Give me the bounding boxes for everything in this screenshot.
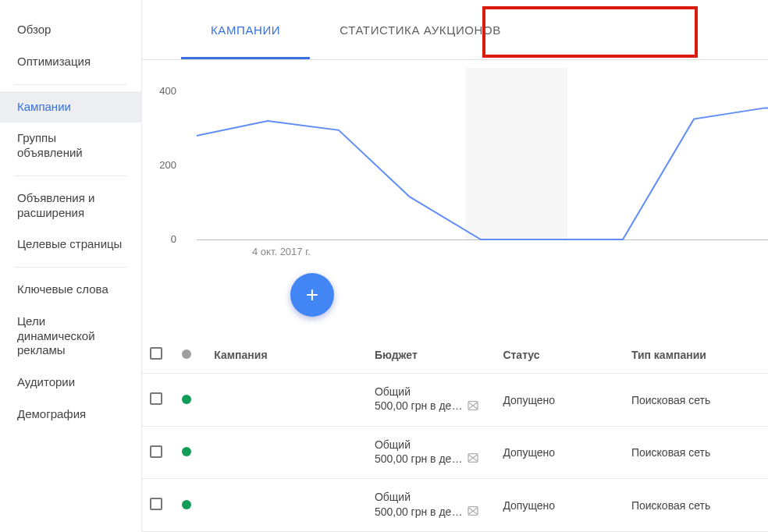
- tabs-bar: КАМПАНИИСТАТИСТИКА АУКЦИОНОВ: [142, 0, 768, 60]
- chart-x-label: 4 окт. 2017 г.: [252, 246, 311, 257]
- sidebar-item[interactable]: Группы объявлений: [0, 122, 141, 169]
- cell-status: Допущено: [495, 479, 624, 532]
- cell-status: Допущено: [495, 374, 624, 427]
- cell-type: Поисковая сеть: [624, 479, 768, 532]
- table-row: Общий500,00 грн в де…ДопущеноПоисковая с…: [142, 426, 768, 479]
- status-dot[interactable]: [182, 500, 191, 509]
- sidebar-item[interactable]: Цели динамической рекламы: [0, 306, 141, 367]
- sidebar-item[interactable]: Демография: [0, 399, 141, 431]
- campaigns-table: Кампания Бюджет Статус Тип кампании Общи…: [142, 336, 768, 532]
- cell-status: Допущено: [495, 426, 624, 479]
- cell-type: Поисковая сеть: [624, 374, 768, 427]
- cell-type: Поисковая сеть: [624, 426, 768, 479]
- sidebar-item[interactable]: Аудитории: [0, 367, 141, 399]
- main-content: КАМПАНИИСТАТИСТИКА АУКЦИОНОВ 02004004 ок…: [142, 0, 768, 532]
- chart-ytick: 0: [142, 233, 189, 245]
- cell-campaign-name[interactable]: [206, 426, 367, 479]
- chart-area: 02004004 окт. 2017 г.: [142, 60, 768, 282]
- sidebar-item[interactable]: Объявления и расширения: [0, 183, 141, 229]
- add-campaign-fab[interactable]: +: [290, 273, 334, 317]
- chart-ytick: 400: [142, 85, 189, 97]
- header-status[interactable]: Статус: [495, 336, 624, 374]
- tab[interactable]: СТАТИСТИКА АУКЦИОНОВ: [310, 0, 531, 59]
- sidebar-divider: [14, 267, 127, 268]
- sidebar-item[interactable]: Обзор: [0, 14, 141, 46]
- campaigns-table-wrap: Кампания Бюджет Статус Тип кампании Общи…: [142, 336, 768, 532]
- status-dot-header: [182, 349, 191, 359]
- cell-budget[interactable]: Общий500,00 грн в де…: [367, 426, 496, 479]
- shared-budget-icon: [467, 399, 479, 415]
- cell-budget[interactable]: Общий500,00 грн в де…: [367, 479, 496, 532]
- sidebar-item[interactable]: Целевые страницы: [0, 229, 141, 261]
- row-checkbox[interactable]: [150, 498, 162, 510]
- header-campaign[interactable]: Кампания: [206, 336, 367, 374]
- status-dot[interactable]: [182, 447, 191, 456]
- shared-budget-icon: [467, 452, 479, 467]
- row-checkbox[interactable]: [150, 392, 162, 405]
- header-type[interactable]: Тип кампании: [624, 336, 768, 374]
- chart-line: [197, 91, 768, 241]
- sidebar: ОбзорОптимизацияКампанииГруппы объявлени…: [0, 0, 142, 532]
- cell-campaign-name[interactable]: [206, 374, 367, 427]
- sidebar-item[interactable]: Кампании: [0, 91, 141, 123]
- status-dot[interactable]: [182, 395, 191, 404]
- table-row: Общий500,00 грн в де…ДопущеноПоисковая с…: [142, 374, 768, 427]
- sidebar-item[interactable]: Ключевые слова: [0, 274, 141, 306]
- header-budget[interactable]: Бюджет: [367, 336, 496, 374]
- row-checkbox[interactable]: [150, 445, 162, 458]
- tab[interactable]: КАМПАНИИ: [181, 0, 310, 59]
- table-row: Общий500,00 грн в де…ДопущеноПоисковая с…: [142, 479, 768, 532]
- select-all-checkbox[interactable]: [150, 347, 162, 360]
- cell-campaign-name[interactable]: [206, 479, 367, 532]
- plus-icon: +: [306, 282, 318, 307]
- sidebar-item[interactable]: Оптимизация: [0, 46, 141, 78]
- chart-ytick: 200: [142, 159, 189, 171]
- cell-budget[interactable]: Общий500,00 грн в де…: [367, 374, 496, 427]
- table-header-row: Кампания Бюджет Статус Тип кампании: [142, 336, 768, 374]
- sidebar-divider: [14, 176, 127, 176]
- shared-budget-icon: [467, 505, 479, 520]
- sidebar-divider: [14, 84, 127, 85]
